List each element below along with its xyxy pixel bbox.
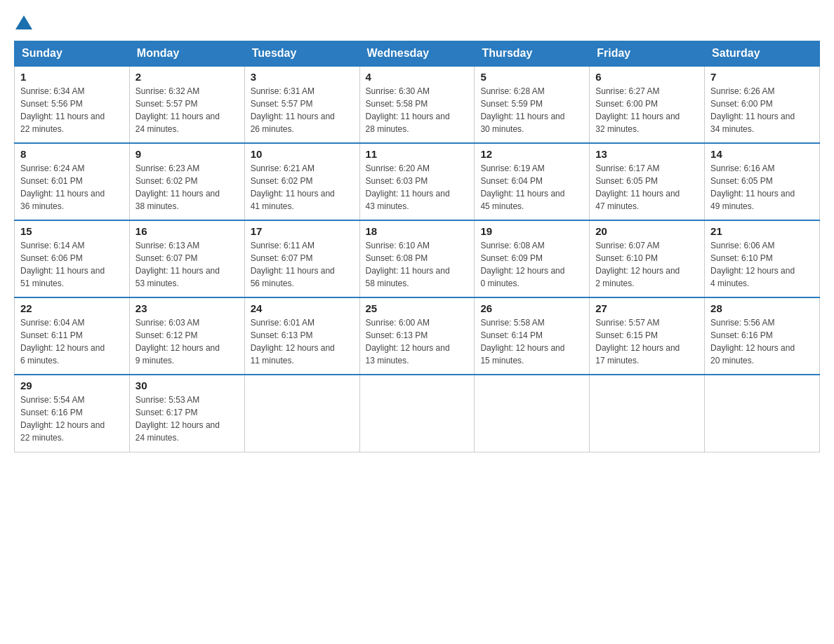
day-cell-21: 21 Sunrise: 6:06 AMSunset: 6:10 PMDaylig… <box>705 220 820 297</box>
day-info: Sunrise: 6:08 AMSunset: 6:09 PMDaylight:… <box>480 239 583 290</box>
weekday-friday: Friday <box>590 41 705 67</box>
day-cell-18: 18 Sunrise: 6:10 AMSunset: 6:08 PMDaylig… <box>359 220 475 297</box>
day-cell-13: 13 Sunrise: 6:17 AMSunset: 6:05 PMDaylig… <box>590 143 705 220</box>
day-number: 24 <box>251 302 354 314</box>
day-info: Sunrise: 5:56 AMSunset: 6:16 PMDaylight:… <box>710 316 814 367</box>
day-info: Sunrise: 6:06 AMSunset: 6:10 PMDaylight:… <box>710 239 814 290</box>
empty-day-cell <box>244 375 359 452</box>
day-number: 3 <box>251 71 354 83</box>
day-info: Sunrise: 6:31 AMSunset: 5:57 PMDaylight:… <box>251 85 354 135</box>
calendar-week-1: 1 Sunrise: 6:34 AMSunset: 5:56 PMDayligh… <box>15 66 820 143</box>
weekday-thursday: Thursday <box>475 41 590 67</box>
empty-day-cell <box>705 375 820 452</box>
day-info: Sunrise: 6:01 AMSunset: 6:13 PMDaylight:… <box>251 316 354 367</box>
day-cell-15: 15 Sunrise: 6:14 AMSunset: 6:06 PMDaylig… <box>15 220 130 297</box>
day-info: Sunrise: 6:19 AMSunset: 6:04 PMDaylight:… <box>480 162 583 213</box>
day-info: Sunrise: 6:21 AMSunset: 6:02 PMDaylight:… <box>251 162 354 213</box>
logo-triangle-icon <box>15 15 32 29</box>
day-number: 6 <box>595 71 699 83</box>
empty-day-cell <box>590 375 705 452</box>
day-number: 21 <box>710 225 814 237</box>
weekday-saturday: Saturday <box>705 41 820 67</box>
day-number: 9 <box>135 148 239 160</box>
day-info: Sunrise: 6:17 AMSunset: 6:05 PMDaylight:… <box>595 162 699 213</box>
day-info: Sunrise: 6:26 AMSunset: 6:00 PMDaylight:… <box>710 85 814 135</box>
day-info: Sunrise: 6:34 AMSunset: 5:56 PMDaylight:… <box>20 85 124 135</box>
empty-day-cell <box>475 375 590 452</box>
day-number: 12 <box>480 148 583 160</box>
day-info: Sunrise: 6:27 AMSunset: 6:00 PMDaylight:… <box>595 85 699 135</box>
day-cell-10: 10 Sunrise: 6:21 AMSunset: 6:02 PMDaylig… <box>244 143 359 220</box>
day-info: Sunrise: 6:16 AMSunset: 6:05 PMDaylight:… <box>710 162 814 213</box>
day-number: 26 <box>480 302 583 314</box>
day-number: 15 <box>20 225 124 237</box>
day-info: Sunrise: 6:11 AMSunset: 6:07 PMDaylight:… <box>251 239 354 290</box>
calendar-week-2: 8 Sunrise: 6:24 AMSunset: 6:01 PMDayligh… <box>15 143 820 220</box>
day-cell-12: 12 Sunrise: 6:19 AMSunset: 6:04 PMDaylig… <box>475 143 590 220</box>
calendar-week-5: 29 Sunrise: 5:54 AMSunset: 6:16 PMDaylig… <box>15 375 820 452</box>
day-cell-11: 11 Sunrise: 6:20 AMSunset: 6:03 PMDaylig… <box>359 143 475 220</box>
day-cell-19: 19 Sunrise: 6:08 AMSunset: 6:09 PMDaylig… <box>475 220 590 297</box>
day-info: Sunrise: 6:03 AMSunset: 6:12 PMDaylight:… <box>135 316 239 367</box>
day-info: Sunrise: 6:04 AMSunset: 6:11 PMDaylight:… <box>20 316 124 367</box>
day-cell-24: 24 Sunrise: 6:01 AMSunset: 6:13 PMDaylig… <box>244 297 359 375</box>
day-cell-26: 26 Sunrise: 5:58 AMSunset: 6:14 PMDaylig… <box>475 297 590 375</box>
day-info: Sunrise: 6:24 AMSunset: 6:01 PMDaylight:… <box>20 162 124 213</box>
day-cell-16: 16 Sunrise: 6:13 AMSunset: 6:07 PMDaylig… <box>129 220 244 297</box>
day-cell-2: 2 Sunrise: 6:32 AMSunset: 5:57 PMDayligh… <box>129 66 244 143</box>
weekday-header-row: SundayMondayTuesdayWednesdayThursdayFrid… <box>15 41 820 67</box>
page-header <box>14 14 820 29</box>
day-cell-7: 7 Sunrise: 6:26 AMSunset: 6:00 PMDayligh… <box>705 66 820 143</box>
day-cell-8: 8 Sunrise: 6:24 AMSunset: 6:01 PMDayligh… <box>15 143 130 220</box>
day-cell-29: 29 Sunrise: 5:54 AMSunset: 6:16 PMDaylig… <box>15 375 130 452</box>
day-info: Sunrise: 5:53 AMSunset: 6:17 PMDaylight:… <box>135 394 239 444</box>
calendar-week-4: 22 Sunrise: 6:04 AMSunset: 6:11 PMDaylig… <box>15 297 820 375</box>
day-number: 16 <box>135 225 239 237</box>
weekday-sunday: Sunday <box>15 41 130 67</box>
day-info: Sunrise: 6:14 AMSunset: 6:06 PMDaylight:… <box>20 239 124 290</box>
day-cell-6: 6 Sunrise: 6:27 AMSunset: 6:00 PMDayligh… <box>590 66 705 143</box>
day-cell-1: 1 Sunrise: 6:34 AMSunset: 5:56 PMDayligh… <box>15 66 130 143</box>
day-info: Sunrise: 6:23 AMSunset: 6:02 PMDaylight:… <box>135 162 239 213</box>
day-number: 25 <box>366 302 469 314</box>
weekday-tuesday: Tuesday <box>244 41 359 67</box>
day-number: 28 <box>710 302 814 314</box>
day-number: 22 <box>20 302 124 314</box>
day-number: 20 <box>595 225 699 237</box>
day-number: 19 <box>480 225 583 237</box>
day-number: 23 <box>135 302 239 314</box>
day-cell-23: 23 Sunrise: 6:03 AMSunset: 6:12 PMDaylig… <box>129 297 244 375</box>
day-info: Sunrise: 6:30 AMSunset: 5:58 PMDaylight:… <box>366 85 469 135</box>
day-info: Sunrise: 6:00 AMSunset: 6:13 PMDaylight:… <box>366 316 469 367</box>
empty-day-cell <box>359 375 475 452</box>
day-number: 1 <box>20 71 124 83</box>
day-number: 17 <box>251 225 354 237</box>
day-info: Sunrise: 6:20 AMSunset: 6:03 PMDaylight:… <box>366 162 469 213</box>
calendar-week-3: 15 Sunrise: 6:14 AMSunset: 6:06 PMDaylig… <box>15 220 820 297</box>
day-cell-20: 20 Sunrise: 6:07 AMSunset: 6:10 PMDaylig… <box>590 220 705 297</box>
day-info: Sunrise: 5:57 AMSunset: 6:15 PMDaylight:… <box>595 316 699 367</box>
day-cell-25: 25 Sunrise: 6:00 AMSunset: 6:13 PMDaylig… <box>359 297 475 375</box>
day-info: Sunrise: 6:28 AMSunset: 5:59 PMDaylight:… <box>480 85 583 135</box>
calendar-table: SundayMondayTuesdayWednesdayThursdayFrid… <box>14 41 820 452</box>
day-info: Sunrise: 6:13 AMSunset: 6:07 PMDaylight:… <box>135 239 239 290</box>
day-number: 13 <box>595 148 699 160</box>
day-cell-30: 30 Sunrise: 5:53 AMSunset: 6:17 PMDaylig… <box>129 375 244 452</box>
day-number: 10 <box>251 148 354 160</box>
day-number: 8 <box>20 148 124 160</box>
day-number: 27 <box>595 302 699 314</box>
weekday-monday: Monday <box>129 41 244 67</box>
day-number: 11 <box>366 148 469 160</box>
day-info: Sunrise: 6:32 AMSunset: 5:57 PMDaylight:… <box>135 85 239 135</box>
day-number: 18 <box>366 225 469 237</box>
day-cell-28: 28 Sunrise: 5:56 AMSunset: 6:16 PMDaylig… <box>705 297 820 375</box>
day-cell-14: 14 Sunrise: 6:16 AMSunset: 6:05 PMDaylig… <box>705 143 820 220</box>
day-cell-27: 27 Sunrise: 5:57 AMSunset: 6:15 PMDaylig… <box>590 297 705 375</box>
day-info: Sunrise: 6:07 AMSunset: 6:10 PMDaylight:… <box>595 239 699 290</box>
day-info: Sunrise: 5:58 AMSunset: 6:14 PMDaylight:… <box>480 316 583 367</box>
day-info: Sunrise: 6:10 AMSunset: 6:08 PMDaylight:… <box>366 239 469 290</box>
day-number: 5 <box>480 71 583 83</box>
day-number: 4 <box>366 71 469 83</box>
day-info: Sunrise: 5:54 AMSunset: 6:16 PMDaylight:… <box>20 394 124 444</box>
day-cell-9: 9 Sunrise: 6:23 AMSunset: 6:02 PMDayligh… <box>129 143 244 220</box>
